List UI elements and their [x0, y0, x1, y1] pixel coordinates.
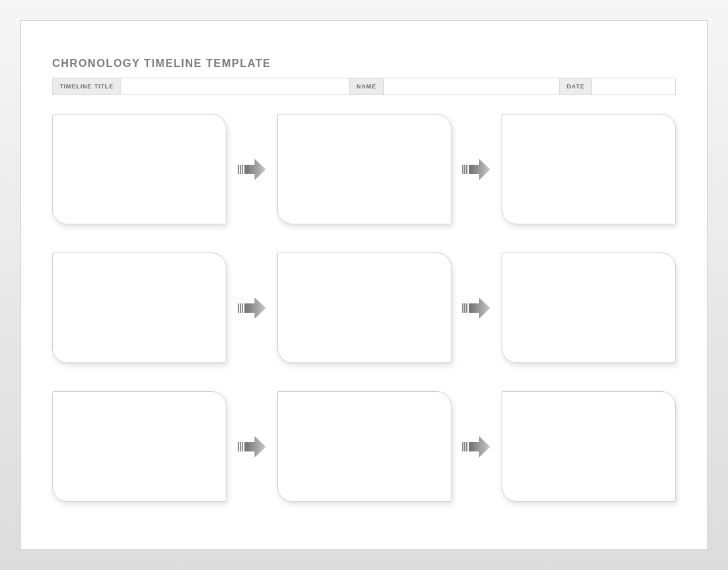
svg-rect-5: [464, 165, 465, 174]
svg-rect-16: [238, 442, 239, 451]
svg-rect-12: [462, 303, 463, 313]
svg-rect-18: [242, 442, 243, 451]
svg-marker-11: [244, 297, 266, 319]
date-field[interactable]: [592, 78, 675, 94]
arrow-right-icon: [232, 295, 271, 322]
timeline-card[interactable]: [277, 391, 451, 502]
svg-rect-14: [466, 303, 467, 313]
svg-marker-3: [244, 159, 266, 180]
document-page: CHRONOLOGY TIMELINE TEMPLATE TIMELINE TI…: [20, 20, 708, 550]
timeline-card[interactable]: [52, 114, 226, 224]
svg-marker-19: [244, 436, 266, 457]
svg-rect-0: [238, 165, 239, 174]
timeline-rows: [52, 114, 676, 502]
timeline-card[interactable]: [502, 114, 676, 224]
page-title: CHRONOLOGY TIMELINE TEMPLATE: [52, 58, 676, 70]
timeline-card[interactable]: [52, 253, 226, 363]
arrow-right-icon: [457, 295, 496, 322]
timeline-card[interactable]: [502, 391, 676, 502]
svg-rect-6: [466, 165, 467, 174]
svg-rect-1: [240, 165, 241, 174]
svg-rect-17: [240, 442, 241, 451]
svg-rect-9: [240, 303, 241, 313]
arrow-right-icon: [232, 156, 271, 183]
svg-rect-21: [464, 442, 465, 451]
svg-marker-23: [469, 436, 490, 457]
timeline-row: [52, 391, 676, 502]
timeline-card[interactable]: [277, 114, 451, 224]
svg-marker-15: [469, 297, 490, 319]
date-label: DATE: [560, 78, 592, 94]
timeline-card[interactable]: [277, 253, 451, 363]
name-field[interactable]: [384, 78, 560, 94]
svg-rect-20: [462, 442, 463, 451]
timeline-row: [52, 114, 676, 224]
arrow-right-icon: [457, 156, 496, 183]
svg-rect-4: [462, 165, 463, 174]
arrow-right-icon: [457, 433, 496, 460]
svg-marker-7: [469, 159, 490, 180]
header-row: TIMELINE TITLE NAME DATE: [52, 78, 676, 95]
svg-rect-2: [242, 165, 243, 174]
timeline-title-label: TIMELINE TITLE: [53, 78, 121, 94]
name-label: NAME: [350, 78, 384, 94]
svg-rect-8: [238, 303, 239, 313]
timeline-card[interactable]: [52, 391, 226, 502]
arrow-right-icon: [232, 433, 271, 460]
timeline-card[interactable]: [502, 253, 676, 363]
svg-rect-22: [466, 442, 467, 451]
svg-rect-13: [464, 303, 465, 313]
svg-rect-10: [242, 303, 243, 313]
timeline-title-field[interactable]: [121, 78, 350, 94]
timeline-row: [52, 253, 676, 363]
